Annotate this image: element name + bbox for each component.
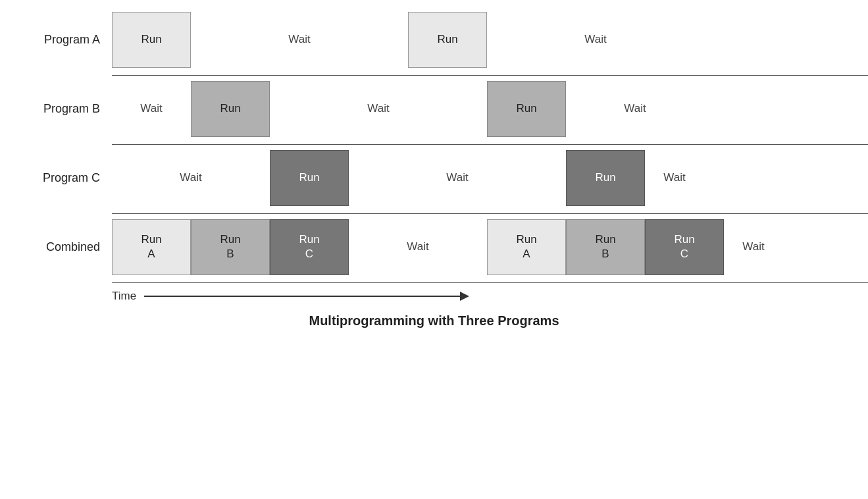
segment-program-b-1: Run — [191, 81, 270, 137]
timeline-inner-program-b: WaitRunWaitRunWait — [112, 76, 842, 142]
segment-label-combined-1: RunB — [220, 232, 240, 261]
segment-program-b-4: Wait — [566, 81, 704, 137]
timeline-program-a: RunWaitRunWait — [112, 7, 842, 72]
timeline-program-c: WaitRunWaitRunWait — [112, 145, 842, 211]
segment-label-combined-0: RunA — [141, 232, 161, 261]
segment-combined-5: RunB — [566, 219, 645, 275]
segment-program-a-3: Wait — [487, 12, 704, 68]
segment-combined-7: Wait — [724, 219, 783, 275]
page-title: Multiprogramming with Three Programs — [26, 313, 842, 328]
row-program-a: Program ARunWaitRunWait — [26, 7, 842, 72]
time-arrowhead-icon — [460, 292, 469, 301]
segment-label-combined-6: RunC — [674, 232, 694, 261]
diagram: Program ARunWaitRunWaitProgram BWaitRunW… — [26, 7, 842, 328]
time-row: Time — [112, 290, 842, 303]
segment-combined-1: RunB — [191, 219, 270, 275]
segment-label-combined-2: RunC — [299, 232, 319, 261]
timeline-program-b: WaitRunWaitRunWait — [112, 76, 842, 142]
segment-program-c-4: Wait — [645, 150, 704, 206]
timeline-inner-program-c: WaitRunWaitRunWait — [112, 145, 842, 211]
segment-combined-2: RunC — [270, 219, 349, 275]
label-combined: Combined — [26, 240, 112, 254]
time-label: Time — [112, 290, 136, 303]
time-line — [144, 296, 460, 297]
segment-program-a-0: Run — [112, 12, 191, 68]
row-program-b: Program BWaitRunWaitRunWait — [26, 76, 842, 142]
segment-combined-4: RunA — [487, 219, 566, 275]
segment-program-c-3: Run — [566, 150, 645, 206]
segment-program-b-2: Wait — [270, 81, 487, 137]
segment-combined-6: RunC — [645, 219, 724, 275]
time-arrow — [144, 292, 469, 301]
label-program-c: Program C — [26, 171, 112, 185]
label-program-a: Program A — [26, 33, 112, 47]
segment-label-combined-4: RunA — [516, 232, 536, 261]
row-program-c: Program CWaitRunWaitRunWait — [26, 145, 842, 211]
timeline-inner-program-a: RunWaitRunWait — [112, 7, 842, 72]
segment-program-a-1: Wait — [191, 12, 408, 68]
segment-combined-3: Wait — [349, 219, 487, 275]
segment-program-c-2: Wait — [349, 150, 566, 206]
segment-label-combined-5: RunB — [595, 232, 615, 261]
timeline-inner-combined: RunARunBRunCWaitRunARunBRunCWait — [112, 214, 842, 280]
timeline-combined: RunARunBRunCWaitRunARunBRunCWait — [112, 214, 842, 280]
segment-program-b-0: Wait — [112, 81, 191, 137]
segment-program-c-1: Run — [270, 150, 349, 206]
segment-program-c-0: Wait — [112, 150, 270, 206]
divider-last — [112, 282, 868, 283]
segment-program-a-2: Run — [408, 12, 487, 68]
segment-program-b-3: Run — [487, 81, 566, 137]
row-combined: CombinedRunARunBRunCWaitRunARunBRunCWait — [26, 214, 842, 280]
label-program-b: Program B — [26, 102, 112, 116]
segment-combined-0: RunA — [112, 219, 191, 275]
